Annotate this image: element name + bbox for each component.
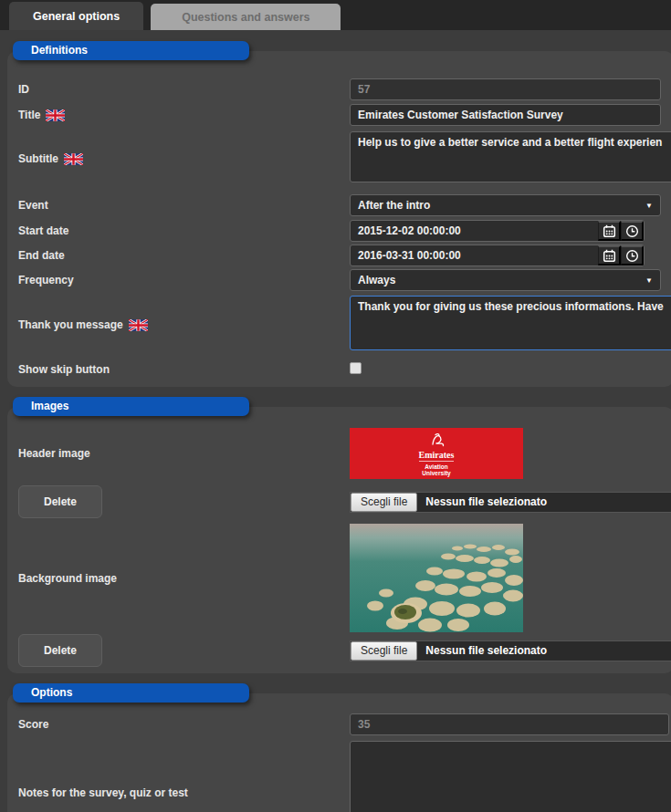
end-date-input[interactable]: 2016-03-31 00:00:00	[350, 245, 645, 266]
svg-text:University: University	[422, 470, 451, 477]
header-image-preview: Emirates Aviation University	[350, 428, 523, 479]
start-date-label: Start date	[18, 224, 68, 237]
start-date-value: 2015-12-02 00:00:00	[351, 221, 598, 241]
svg-text:Emirates: Emirates	[419, 450, 455, 460]
frequency-label: Frequency	[18, 274, 74, 286]
id-label: ID	[18, 83, 29, 96]
definitions-panel: Definitions ID Title	[7, 51, 671, 387]
chevron-down-icon: ▼	[645, 202, 653, 210]
end-date-label: End date	[18, 249, 65, 262]
header-image-label: Header image	[18, 447, 90, 460]
calendar-icon	[603, 224, 616, 238]
score-row: Score	[7, 713, 671, 735]
show-skip-row: Show skip button	[7, 361, 671, 378]
tab-bar: General options Questions and answers	[0, 0, 671, 30]
notes-label: Notes for the survey, quiz or test	[18, 786, 188, 799]
background-image-file-status: Nessun file selezionato	[417, 644, 547, 657]
event-row: Event After the intro ▼	[7, 194, 671, 216]
chevron-down-icon: ▼	[645, 276, 653, 285]
start-date-row: Start date 2015-12-02 00:00:00	[7, 220, 671, 242]
uk-flag-icon	[129, 319, 148, 331]
event-select[interactable]: After the intro ▼	[350, 194, 661, 216]
options-panel: Options Score Notes for the survey, quiz…	[7, 693, 671, 812]
header-image-row: Header image Emirates Aviation Universit…	[7, 428, 671, 479]
id-field	[350, 78, 661, 100]
title-row: Title	[7, 104, 671, 126]
header-image-file-input[interactable]: Scegli file Nessun file selezionato	[350, 492, 671, 513]
header-image-choose-file-button[interactable]: Scegli file	[351, 493, 417, 512]
images-section-header[interactable]: Images	[13, 397, 249, 416]
show-skip-label: Show skip button	[18, 363, 110, 376]
tab-questions-answers[interactable]: Questions and answers	[151, 4, 341, 30]
form-content: Definitions ID Title	[0, 30, 671, 812]
uk-flag-icon	[64, 153, 83, 165]
options-section-header[interactable]: Options	[13, 683, 249, 703]
event-label: Event	[18, 199, 48, 212]
clock-icon	[625, 224, 639, 238]
frequency-select[interactable]: Always ▼	[350, 269, 661, 291]
notes-row: Notes for the survey, quiz or test	[7, 741, 671, 812]
thank-you-row: Thank you message Thank you for giving u…	[7, 296, 671, 354]
subtitle-label: Subtitle	[18, 152, 58, 165]
id-row: ID	[7, 78, 671, 100]
thank-you-label: Thank you message	[18, 318, 123, 331]
header-image-file-status: Nessun file selezionato	[417, 495, 547, 508]
images-panel: Images Header image Emirates Aviation Un…	[7, 407, 671, 673]
subtitle-textarea[interactable]: Help us to give a better service and a b…	[350, 131, 671, 182]
start-date-calendar-button[interactable]	[598, 221, 621, 241]
background-image-choose-file-button[interactable]: Scegli file	[351, 641, 417, 661]
event-selected-value: After the intro	[358, 199, 430, 212]
background-image-preview	[350, 524, 523, 632]
notes-textarea[interactable]	[350, 741, 671, 812]
end-date-row: End date 2016-03-31 00:00:00	[7, 245, 671, 266]
end-date-clock-button[interactable]	[621, 245, 644, 265]
end-date-calendar-button[interactable]	[598, 245, 621, 265]
background-image-actions-row: Delete Scegli file Nessun file seleziona…	[7, 634, 671, 667]
end-date-value: 2016-03-31 00:00:00	[351, 245, 598, 265]
start-date-input[interactable]: 2015-12-02 00:00:00	[350, 220, 645, 242]
definitions-section-header[interactable]: Definitions	[13, 41, 249, 60]
background-image-file-input[interactable]: Scegli file Nessun file selezionato	[350, 640, 671, 661]
thank-you-textarea[interactable]: Thank you for giving us these precious i…	[350, 296, 671, 350]
background-image-row: Background image	[7, 524, 671, 632]
frequency-selected-value: Always	[358, 274, 395, 286]
score-label: Score	[18, 718, 48, 731]
background-image-label: Background image	[18, 572, 117, 585]
title-label: Title	[18, 109, 40, 121]
clock-icon	[625, 249, 639, 263]
background-image-delete-button[interactable]: Delete	[18, 634, 102, 667]
svg-text:Aviation: Aviation	[425, 463, 447, 470]
calendar-icon	[603, 249, 616, 263]
uk-flag-icon	[46, 109, 65, 121]
frequency-row: Frequency Always ▼	[7, 269, 671, 291]
show-skip-checkbox[interactable]	[350, 362, 362, 374]
header-image-actions-row: Delete Scegli file Nessun file seleziona…	[7, 485, 671, 518]
start-date-clock-button[interactable]	[621, 221, 644, 241]
title-input[interactable]	[350, 104, 661, 126]
score-field	[350, 713, 669, 735]
tab-general-options[interactable]: General options	[9, 2, 143, 30]
header-image-delete-button[interactable]: Delete	[18, 485, 102, 518]
subtitle-row: Subtitle Help us to give a better servic…	[7, 131, 671, 186]
